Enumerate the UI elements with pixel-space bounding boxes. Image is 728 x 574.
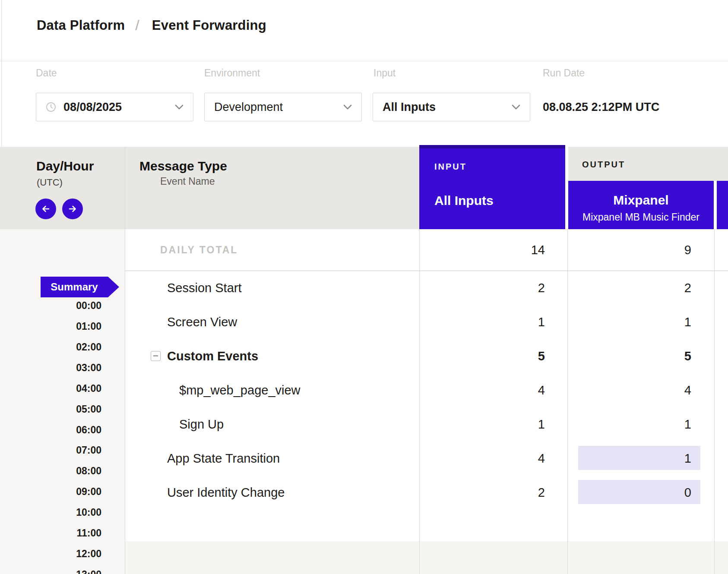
next-day-button[interactable] [62, 199, 83, 219]
output-group-label: OUTPUT [582, 160, 625, 170]
hour-label-09[interactable]: 09:00 [76, 486, 101, 498]
hour-label-10[interactable]: 10:00 [76, 506, 101, 518]
hour-label-13[interactable]: 13:00 [76, 568, 101, 574]
hour-label-00[interactable]: 00:00 [76, 300, 101, 312]
row-input-value: 2 [538, 485, 545, 499]
summary-tab[interactable]: Summary [41, 277, 108, 297]
day-hour-sidebar: Summary 00:00 01:00 02:00 03:00 04:00 05… [0, 229, 125, 574]
daily-total-output-value: 9 [684, 243, 691, 257]
input-group-label: INPUT [434, 162, 467, 172]
row-input-value: 1 [538, 417, 545, 431]
row-output-value: 0 [684, 485, 691, 499]
event-forwarding-page: Data Platform / Event Forwarding Date En… [0, 0, 728, 574]
clock-icon [46, 102, 56, 112]
column-gap [565, 145, 568, 229]
highlighted-cell [578, 446, 700, 470]
chevron-down-icon [343, 104, 352, 110]
breadcrumb-section[interactable]: Data Platform [37, 18, 125, 33]
table-row: App State Transition 4 1 [125, 441, 728, 475]
hour-label-01[interactable]: 01:00 [76, 320, 101, 332]
table-row: Screen View 1 1 [125, 305, 728, 339]
hour-label-08[interactable]: 08:00 [76, 465, 101, 477]
run-date-label: Run Date [543, 67, 585, 79]
page-title: Event Forwarding [152, 18, 266, 33]
input-filter-label: Input [373, 67, 396, 79]
row-output-value: 5 [684, 349, 691, 363]
collapse-icon[interactable] [151, 351, 161, 361]
table-footer-band [125, 541, 728, 574]
row-output-value: 4 [684, 383, 691, 397]
summary-tab-label: Summary [51, 281, 98, 293]
hour-label-05[interactable]: 05:00 [76, 403, 101, 415]
hour-label-06[interactable]: 06:00 [76, 424, 101, 436]
output-column-subtitle: Mixpanel MB Music Finder [568, 211, 714, 223]
breadcrumb: Data Platform / Event Forwarding [37, 16, 266, 35]
message-type-header: Message Type [139, 159, 227, 173]
output-column-header-mixpanel[interactable]: Mixpanel Mixpanel MB Music Finder [568, 181, 714, 229]
row-label: Session Start [167, 281, 241, 295]
date-dropdown[interactable]: 08/08/2025 [36, 93, 193, 121]
daily-total-label: DAILY TOTAL [160, 244, 238, 256]
event-name-subheader: Event Name [160, 176, 215, 187]
table-row: $mp_web_page_view 4 4 [125, 373, 728, 407]
date-value: 08/08/2025 [63, 101, 122, 114]
row-output-value: 1 [684, 417, 691, 431]
input-column-header[interactable]: INPUT All Inputs [419, 145, 565, 229]
row-label: Sign Up [179, 417, 224, 431]
table-row: Sign Up 1 1 [125, 407, 728, 441]
hour-label-04[interactable]: 04:00 [76, 382, 101, 394]
day-hour-timezone: (UTC) [37, 177, 63, 188]
row-label: App State Transition [167, 451, 280, 465]
hour-label-07[interactable]: 07:00 [76, 444, 101, 456]
highlighted-cell [578, 480, 700, 504]
table-row: User Identity Change 2 0 [125, 475, 728, 509]
environment-value: Development [214, 101, 283, 114]
daily-total-input-value: 14 [531, 243, 545, 257]
row-input-value: 2 [538, 281, 545, 295]
run-date-value: 08.08.25 2:12PM UTC [543, 93, 659, 121]
hour-label-02[interactable]: 02:00 [76, 341, 101, 353]
input-column-title: All Inputs [434, 193, 494, 208]
previous-day-button[interactable] [35, 199, 56, 219]
row-label: User Identity Change [167, 485, 285, 499]
row-label: $mp_web_page_view [179, 383, 301, 397]
daily-total-row: DAILY TOTAL 14 9 [125, 229, 728, 271]
table-row: Session Start 2 2 [125, 271, 728, 305]
row-label: Screen View [167, 315, 237, 329]
day-hour-header: Day/Hour [36, 159, 94, 173]
row-input-value: 5 [538, 349, 545, 363]
environment-dropdown[interactable]: Development [204, 93, 362, 121]
hour-label-12[interactable]: 12:00 [76, 548, 101, 560]
input-value: All Inputs [383, 101, 436, 114]
row-input-value: 1 [538, 315, 545, 329]
input-dropdown[interactable]: All Inputs [373, 93, 530, 121]
row-label: Custom Events [167, 349, 258, 363]
date-filter-label: Date [36, 67, 57, 79]
row-input-value: 4 [538, 451, 545, 465]
row-output-value: 1 [684, 315, 691, 329]
chevron-down-icon [175, 104, 184, 110]
header-divider [0, 61, 728, 61]
breadcrumb-separator: / [135, 17, 139, 34]
chevron-down-icon [512, 104, 520, 110]
environment-filter-label: Environment [204, 67, 260, 79]
hour-label-11[interactable]: 11:00 [76, 527, 101, 539]
row-output-value: 2 [684, 281, 691, 295]
hour-label-03[interactable]: 03:00 [76, 362, 101, 374]
input-header-accent [419, 145, 565, 148]
output-column-header-partial[interactable] [717, 181, 728, 229]
column-gap [714, 181, 717, 229]
table-row: Custom Events 5 5 [125, 339, 728, 373]
row-input-value: 4 [538, 383, 545, 397]
output-column-title: Mixpanel [568, 193, 714, 208]
row-output-value: 1 [684, 451, 691, 465]
